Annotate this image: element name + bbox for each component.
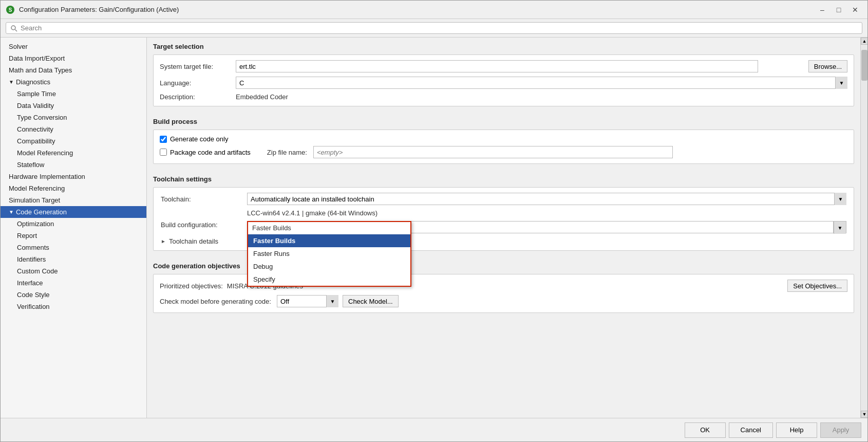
minimize-button[interactable]: – [815, 5, 829, 15]
build-config-dropdown-popup: Faster Builds Faster Builds Faster Runs … [247, 221, 411, 287]
target-selection-box: System target file: Browse... Language: … [153, 54, 854, 106]
set-objectives-button[interactable]: Set Objectives... [787, 280, 847, 292]
check-model-select[interactable]: Off [277, 295, 338, 307]
target-selection-section: Target selection System target file: Bro… [153, 43, 854, 106]
package-code-label: Package code and artifacts [170, 149, 251, 156]
sidebar-item-code-style[interactable]: Code Style [1, 289, 146, 301]
build-config-arrow-icon: ▼ [834, 222, 846, 234]
main-window: S Configuration Parameters: Gain/Configu… [0, 0, 868, 442]
package-code-row: Package code and artifacts Zip file name… [160, 146, 847, 158]
sidebar-item-model-referencing-diag[interactable]: Model Referencing [1, 147, 146, 159]
generate-code-only-label: Generate code only [170, 135, 228, 143]
sidebar-item-model-referencing[interactable]: Model Referencing [1, 182, 146, 194]
main-content: Solver Data Import/Export Math and Data … [1, 38, 867, 418]
dropdown-header: Faster Builds [248, 222, 410, 234]
build-config-label: Build configuration: [161, 221, 243, 229]
zip-file-input[interactable] [313, 146, 673, 158]
right-content: Target selection System target file: Bro… [147, 38, 860, 418]
help-button[interactable]: Help [776, 422, 817, 438]
diagnostics-arrow-icon: ▼ [9, 79, 14, 85]
sidebar-label-diagnostics: Diagnostics [16, 78, 50, 86]
toolchain-select[interactable]: Automatically locate an installed toolch… [247, 193, 846, 205]
system-target-file-label: System target file: [160, 63, 232, 70]
toolchain-details-arrow-icon[interactable]: ► [161, 238, 166, 244]
title-bar: S Configuration Parameters: Gain/Configu… [1, 1, 867, 19]
sidebar-item-type-conversion[interactable]: Type Conversion [1, 112, 146, 123]
system-target-file-row: System target file: Browse... [160, 60, 847, 72]
browse-button[interactable]: Browse... [808, 60, 847, 72]
build-config-dropdown-container: ▼ Faster Builds Faster Builds Faster Run… [247, 221, 846, 233]
sidebar-item-verification[interactable]: Verification [1, 301, 146, 312]
sidebar: Solver Data Import/Export Math and Data … [1, 38, 147, 418]
dropdown-option-specify[interactable]: Specify [248, 273, 410, 286]
check-model-row: Check model before generating code: Off … [160, 295, 847, 307]
sidebar-item-identifiers[interactable]: Identifiers [1, 253, 146, 265]
dropdown-option-faster-builds[interactable]: Faster Builds [248, 234, 410, 247]
sidebar-item-data-import-export[interactable]: Data Import/Export [1, 52, 146, 64]
app-icon: S [6, 5, 15, 14]
sidebar-item-data-validity[interactable]: Data Validity [1, 100, 146, 112]
language-label: Language: [160, 79, 232, 87]
sidebar-item-simulation-target[interactable]: Simulation Target [1, 194, 146, 206]
description-row: Description: Embedded Coder [160, 93, 847, 101]
sidebar-item-connectivity[interactable]: Connectivity [1, 123, 146, 135]
right-area: Target selection System target file: Bro… [147, 38, 867, 418]
right-scroll-thumb[interactable] [861, 50, 867, 81]
sidebar-item-compatibility[interactable]: Compatibility [1, 135, 146, 147]
sidebar-item-solver[interactable]: Solver [1, 41, 146, 52]
check-model-select-wrap: Off ▼ [277, 295, 338, 307]
dropdown-option-debug[interactable]: Debug [248, 260, 410, 273]
language-row: Language: C ▼ [160, 77, 847, 89]
footer: OK Cancel Help Apply [1, 418, 867, 441]
scroll-down-button[interactable]: ▼ [861, 411, 867, 418]
sidebar-item-report[interactable]: Report [1, 230, 146, 242]
toolchain-settings-section: Toolchain settings Toolchain: Automatica… [153, 175, 854, 251]
close-button[interactable]: ✕ [848, 5, 862, 15]
sidebar-item-interface[interactable]: Interface [1, 277, 146, 289]
search-input[interactable] [21, 24, 858, 32]
scroll-up-button[interactable]: ▲ [861, 38, 867, 45]
window-title: Configuration Parameters: Gain/Configura… [19, 6, 179, 13]
cancel-button[interactable]: Cancel [729, 422, 773, 438]
system-target-file-value-wrap [236, 60, 804, 72]
sidebar-label-code-generation: Code Generation [16, 208, 67, 216]
zip-file-label: Zip file name: [267, 149, 307, 156]
system-target-file-input[interactable] [236, 60, 758, 72]
search-bar [1, 19, 867, 38]
check-model-button[interactable]: Check Model... [343, 295, 399, 307]
package-code-checkbox[interactable] [160, 149, 167, 156]
target-selection-title: Target selection [153, 43, 854, 50]
ok-button[interactable]: OK [685, 422, 726, 438]
toolchain-details-label[interactable]: Toolchain details [169, 237, 218, 245]
language-select[interactable]: C [236, 77, 847, 89]
description-value: Embedded Coder [236, 93, 288, 101]
sidebar-item-comments[interactable]: Comments [1, 242, 146, 253]
prioritized-objectives-label: Prioritized objectives: [160, 282, 223, 290]
dropdown-option-faster-runs[interactable]: Faster Runs [248, 247, 410, 260]
sidebar-item-stateflow[interactable]: Stateflow [1, 159, 146, 171]
maximize-button[interactable]: □ [832, 5, 846, 15]
toolchain-box: Toolchain: Automatically locate an insta… [153, 187, 854, 251]
toolchain-row: Toolchain: Automatically locate an insta… [161, 193, 846, 205]
title-bar-left: S Configuration Parameters: Gain/Configu… [6, 5, 179, 14]
apply-button[interactable]: Apply [820, 422, 861, 438]
generate-code-only-checkbox[interactable] [160, 136, 167, 143]
sidebar-item-hardware-implementation[interactable]: Hardware Implementation [1, 171, 146, 182]
sidebar-item-code-generation[interactable]: ▼ Code Generation [1, 206, 146, 218]
sidebar-item-diagnostics[interactable]: ▼ Diagnostics [1, 76, 146, 88]
build-config-row: Build configuration: ▼ Faster Builds Fas… [161, 221, 846, 233]
svg-point-2 [11, 26, 15, 30]
build-process-title: Build process [153, 118, 854, 125]
search-icon [10, 25, 17, 32]
sidebar-item-math-data-types[interactable]: Math and Data Types [1, 64, 146, 76]
svg-line-3 [15, 29, 17, 31]
title-controls: – □ ✕ [815, 5, 862, 15]
toolchain-label: Toolchain: [161, 195, 243, 203]
sidebar-item-custom-code[interactable]: Custom Code [1, 265, 146, 277]
sidebar-item-optimization[interactable]: Optimization [1, 218, 146, 230]
generate-code-only-row: Generate code only [160, 135, 847, 143]
search-wrap [6, 22, 862, 34]
toolchain-select-wrap: Automatically locate an installed toolch… [247, 193, 846, 205]
sidebar-item-sample-time[interactable]: Sample Time [1, 88, 146, 100]
right-scrollbar[interactable]: ▲ ▼ [860, 38, 867, 418]
